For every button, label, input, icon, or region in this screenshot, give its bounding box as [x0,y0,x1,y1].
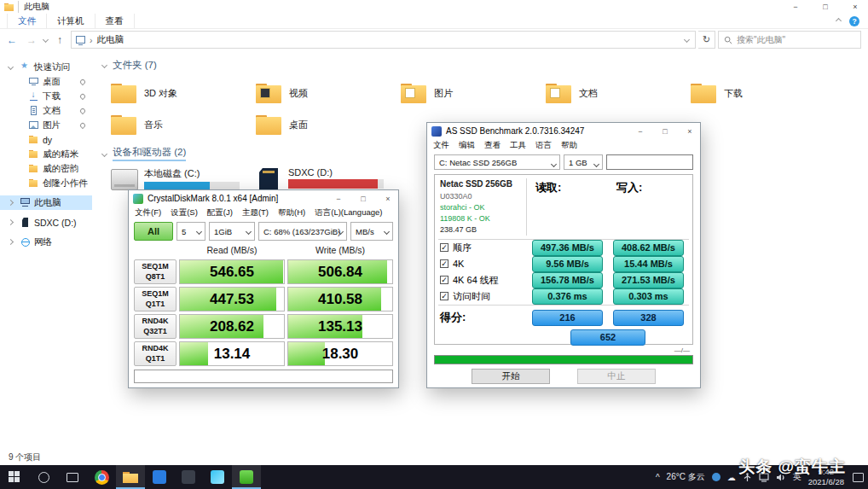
folder-pictures[interactable]: 图片 [401,78,546,109]
folder-icon [29,149,38,159]
taskbar-app-crystaldiskmark[interactable] [232,465,261,489]
menu-file[interactable]: 文件 [433,140,449,151]
maximize-button[interactable]: □ [655,123,675,139]
start-button[interactable] [0,465,29,489]
minimize-button[interactable]: − [328,190,349,207]
ribbon-collapse-icon[interactable] [836,18,842,24]
sidebar-item-folder-8[interactable]: 创隆小作件 [0,176,92,190]
taskbar-app-blue[interactable] [145,465,174,489]
ribbon-tab-file[interactable]: 文件 [7,14,47,28]
menu-profile[interactable]: 配置(J) [207,207,233,218]
desktop: 此电脑 − □ × 文件 计算机 查看 ? ← → ↑ › 此电脑 [0,0,868,489]
checkbox-sequential[interactable]: ✓ [440,243,448,252]
help-icon[interactable]: ? [849,16,859,26]
sidebar-quick-access[interactable]: 快速访问 [0,60,92,74]
test-seq1m-q1t1-button[interactable]: SEQ1MQ1T1 [134,287,176,311]
taskbar-app-dark[interactable] [174,465,203,489]
abort-button[interactable]: 中止 [577,369,656,384]
forward-button[interactable]: → [23,32,40,49]
refresh-button[interactable]: ↻ [698,31,715,49]
menu-theme[interactable]: 主题(T) [242,207,269,218]
up-button[interactable]: ↑ [51,32,68,49]
expand-icon[interactable] [8,219,14,225]
onedrive-cloud-icon[interactable]: ☁ [727,473,736,482]
address-dropdown-icon[interactable] [684,37,690,43]
taskbar-app-photos[interactable] [203,465,232,489]
comment-field[interactable] [606,154,693,170]
folder-desktop[interactable]: 桌面 [256,109,401,141]
sidebar-item-folder-6[interactable]: 威的精米 [0,147,92,161]
task-view-button[interactable] [58,465,87,489]
sidebar-item-desktop[interactable]: 桌面 [0,74,92,89]
menu-view[interactable]: 查看 [484,140,501,151]
drive-select[interactable]: C: Netac SSD 256GB [434,154,560,170]
back-button[interactable]: ← [3,32,20,49]
test-rnd4k-q1t1-button[interactable]: RND4KQ1T1 [134,341,176,366]
sidebar-item-sdxc[interactable]: SDXC (D:) [0,215,92,230]
sidebar-item-documents[interactable]: 文档 [0,103,92,118]
weather-widget[interactable]: 26°C 多云 [667,471,705,483]
close-button[interactable]: × [680,123,700,139]
checkbox-4k[interactable]: ✓ [440,259,448,268]
minimize-button[interactable]: − [630,123,651,139]
close-button[interactable]: × [378,190,398,207]
checkbox-access-time[interactable]: ✓ [440,292,448,300]
folder-3d-objects[interactable]: 3D 对象 [111,78,256,109]
device-firmware: U0330A0 [440,191,526,202]
target-drive-select[interactable]: C: 68% (163/237GiB) [258,222,347,241]
menu-language[interactable]: 语言(L)(Language) [315,207,382,218]
test-seq1m-q8t1-button[interactable]: SEQ1MQ8T1 [134,259,176,284]
hidden-icons-button[interactable]: ^ [656,473,660,482]
ribbon-tab-view[interactable]: 查看 [95,14,135,28]
search-box[interactable]: 搜索"此电脑" [718,31,861,49]
sidebar-item-this-pc[interactable]: 此电脑 [0,195,92,210]
start-button[interactable]: 开始 [472,369,550,384]
recent-locations-icon[interactable] [43,37,49,43]
minimize-button[interactable]: − [783,0,808,14]
test-size-select[interactable]: 1 GB [564,154,603,170]
ribbon-tab-computer[interactable]: 计算机 [47,14,95,28]
test-rnd4k-q32t1-button[interactable]: RND4KQ32T1 [134,314,176,339]
folder-downloads[interactable]: 下载 [691,78,836,109]
comment-field[interactable] [134,370,393,383]
test-count-select[interactable]: 5 [176,222,205,241]
tray-app-icon[interactable] [712,473,720,481]
sidebar-item-downloads[interactable]: 下载 [0,89,92,103]
result-row-seq1m-q1t1: SEQ1MQ1T1 447.53 410.58 [134,287,393,311]
action-center-icon[interactable] [853,473,864,482]
sidebar-item-network[interactable]: 网络 [0,235,92,249]
unit-select[interactable]: MB/s [350,222,393,241]
folder-music[interactable]: 音乐 [111,109,256,141]
taskbar-app-browser[interactable] [87,465,116,489]
checkbox-4k64[interactable]: ✓ [440,276,448,284]
expand-icon[interactable] [8,64,14,70]
menu-edit[interactable]: 编辑 [459,140,475,151]
menu-language[interactable]: 语言 [535,140,552,151]
search-button[interactable] [29,465,58,489]
folder-videos[interactable]: 视频 [256,78,401,109]
folder-documents[interactable]: 文档 [546,78,691,109]
maximize-button[interactable]: □ [813,0,838,14]
breadcrumb-location[interactable]: 此电脑 [97,34,124,46]
sidebar-item-folder-7[interactable]: 威的密韵 [0,161,92,176]
maximize-button[interactable]: □ [353,190,373,207]
test-size-select[interactable]: 1GiB [209,222,255,241]
all-tests-button[interactable]: All [134,222,173,241]
folders-group-header[interactable]: 文件夹 (7) [102,59,868,72]
address-toolbar: ← → ↑ › 此电脑 ↻ 搜索"此电脑" [0,29,868,52]
breadcrumb-chevron[interactable]: › [90,35,93,45]
address-bar[interactable]: › 此电脑 [71,31,696,49]
taskbar-app-explorer[interactable] [116,465,145,489]
collapse-icon[interactable] [101,62,107,68]
menu-file[interactable]: 文件(F) [135,207,161,218]
sidebar-item-dy[interactable]: dy [0,132,92,147]
menu-help[interactable]: 帮助 [561,140,577,151]
expand-icon[interactable] [8,239,14,245]
menu-settings[interactable]: 设置(S) [171,207,198,218]
sidebar-item-pictures[interactable]: 图片 [0,118,92,132]
expand-icon[interactable] [8,200,14,206]
menu-help[interactable]: 帮助(H) [278,207,305,218]
close-button[interactable]: × [842,0,868,14]
collapse-icon[interactable] [101,150,107,156]
menu-tools[interactable]: 工具 [510,140,526,151]
